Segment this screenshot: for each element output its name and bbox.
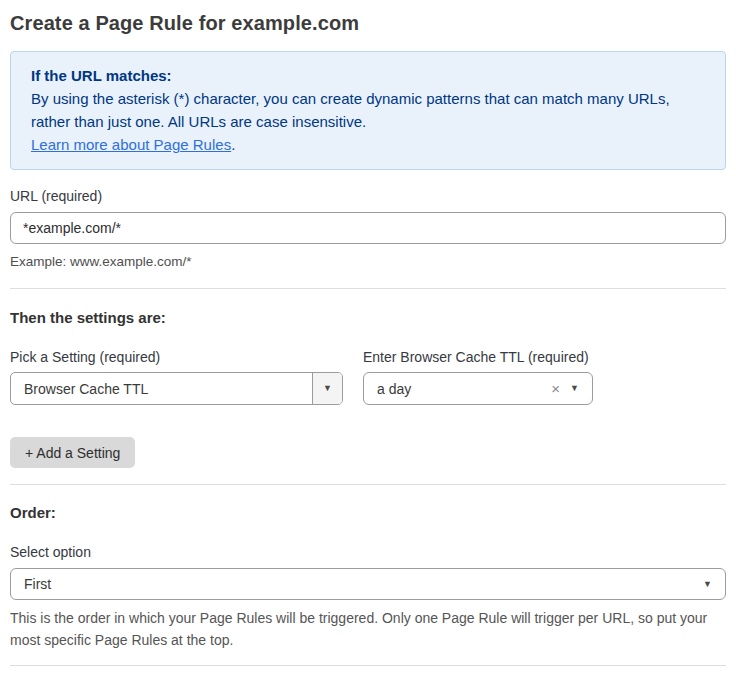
add-setting-button[interactable]: + Add a Setting	[10, 437, 135, 468]
info-box-heading: If the URL matches:	[31, 64, 705, 87]
url-example-helper: Example: www.example.com/*	[10, 251, 726, 272]
url-input[interactable]	[10, 212, 726, 244]
info-box-link-line: Learn more about Page Rules.	[31, 133, 705, 156]
section-divider	[10, 288, 726, 289]
order-select-value: First	[11, 569, 703, 599]
chevron-down-icon: ▼	[703, 580, 712, 589]
chevron-down-icon: ▼	[323, 384, 332, 393]
learn-more-link[interactable]: Learn more about Page Rules	[31, 136, 231, 153]
page-title: Create a Page Rule for example.com	[10, 12, 726, 35]
footer-divider	[10, 665, 726, 666]
setting-picker-select[interactable]: Browser Cache TTL ▼	[10, 372, 343, 405]
info-box-body: By using the asterisk (*) character, you…	[31, 87, 705, 133]
order-select-label: Select option	[10, 544, 726, 560]
section-divider	[10, 484, 726, 485]
ttl-value-text: a day	[364, 373, 551, 404]
settings-labels-row: Pick a Setting (required) Enter Browser …	[10, 349, 726, 365]
url-field-label: URL (required)	[10, 188, 726, 204]
chevron-down-icon: ▼	[570, 384, 579, 393]
setting-picker-label: Pick a Setting (required)	[10, 349, 363, 365]
order-arrow-wrap: ▼	[703, 569, 725, 599]
settings-controls-row: Browser Cache TTL ▼ a day × ▼	[10, 372, 726, 405]
link-suffix: .	[231, 136, 235, 153]
setting-picker-value: Browser Cache TTL	[11, 373, 312, 404]
setting-picker-arrow-segment[interactable]: ▼	[312, 373, 342, 404]
ttl-picker-label: Enter Browser Cache TTL (required)	[363, 349, 589, 365]
clear-icon[interactable]: ×	[551, 373, 570, 404]
ttl-value-combobox[interactable]: a day × ▼	[363, 372, 593, 405]
create-page-rule-form: Create a Page Rule for example.com If th…	[0, 0, 736, 676]
url-match-info-box: If the URL matches: By using the asteris…	[10, 51, 726, 170]
ttl-arrow-wrap[interactable]: ▼	[570, 373, 592, 404]
order-helper-text: This is the order in which your Page Rul…	[10, 607, 720, 651]
order-section-heading: Order:	[10, 504, 726, 521]
order-select[interactable]: First ▼	[10, 568, 726, 600]
settings-section-heading: Then the settings are:	[10, 309, 726, 326]
